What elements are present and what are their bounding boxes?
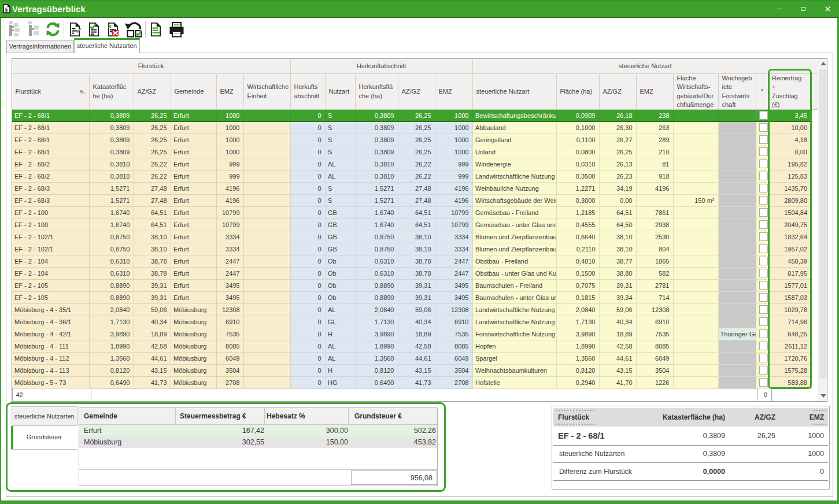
svg-text:§: §	[5, 6, 8, 13]
